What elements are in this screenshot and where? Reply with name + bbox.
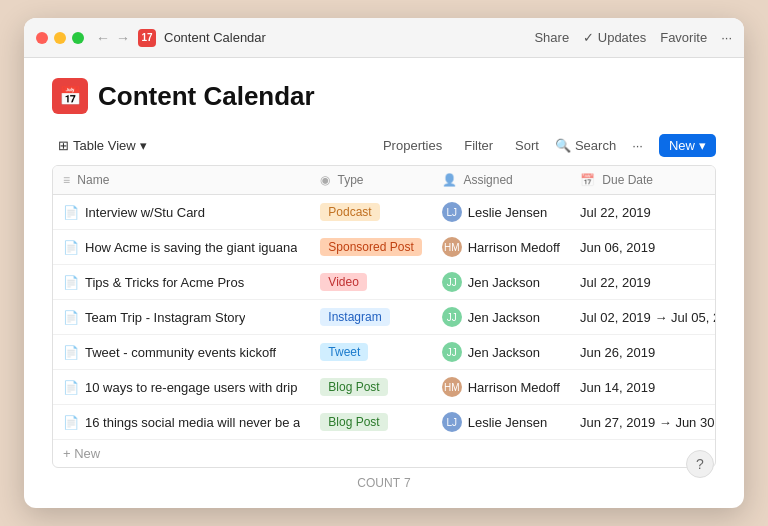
- count-label: COUNT: [357, 476, 400, 490]
- forward-icon[interactable]: →: [116, 30, 130, 46]
- calendar-icon: 📅: [580, 173, 595, 187]
- count-row: COUNT 7: [52, 468, 716, 494]
- assigned-name: Harrison Medoff: [468, 240, 560, 255]
- table-row[interactable]: 📄 Tips & Tricks for Acme Pros Video JJ J…: [53, 265, 716, 300]
- close-button[interactable]: [36, 32, 48, 44]
- main-content: 📅 Content Calendar ⊞ Table View ▾ Proper…: [24, 58, 744, 508]
- doc-icon: 📄: [63, 345, 79, 360]
- cell-assigned: LJ Leslie Jensen: [432, 195, 570, 230]
- toolbar-right: Properties Filter Sort 🔍 Search ··· New …: [377, 134, 716, 157]
- type-badge: Instagram: [320, 308, 389, 326]
- page-title: Content Calendar: [98, 81, 315, 112]
- cell-due-date: Jun 26, 2019: [570, 335, 716, 370]
- type-badge: Video: [320, 273, 366, 291]
- more-options-button[interactable]: ···: [721, 30, 732, 45]
- filter-button[interactable]: Filter: [458, 135, 499, 156]
- search-button[interactable]: 🔍 Search: [555, 138, 616, 153]
- row-name: 10 ways to re-engage users with drip: [85, 380, 297, 395]
- avatar: JJ: [442, 307, 462, 327]
- cell-type: Blog Post: [310, 370, 431, 405]
- table-header: ≡ Name ◉ Type 👤 Assigned: [53, 166, 716, 195]
- doc-icon: 📄: [63, 240, 79, 255]
- toolbar-left: ⊞ Table View ▾: [52, 135, 373, 156]
- avatar: LJ: [442, 202, 462, 222]
- window-title: Content Calendar: [164, 30, 526, 45]
- table-row[interactable]: 📄 10 ways to re-engage users with drip B…: [53, 370, 716, 405]
- row-name: Interview w/Stu Card: [85, 205, 205, 220]
- app-window: ← → 17 Content Calendar Share ✓ Updates …: [24, 18, 744, 508]
- chevron-down-icon: ▾: [699, 138, 706, 153]
- cell-assigned: JJ Jen Jackson: [432, 300, 570, 335]
- type-badge: Sponsored Post: [320, 238, 421, 256]
- add-row[interactable]: + New: [53, 440, 716, 468]
- maximize-button[interactable]: [72, 32, 84, 44]
- table-row[interactable]: 📄 16 things social media will never be a…: [53, 405, 716, 440]
- cell-type: Video: [310, 265, 431, 300]
- cell-assigned: LJ Leslie Jensen: [432, 405, 570, 440]
- page-header: 📅 Content Calendar: [52, 78, 716, 114]
- titlebar-actions: Share ✓ Updates Favorite ···: [534, 30, 732, 45]
- cell-due-date: Jul 02, 2019 → Jul 05, 2019: [570, 300, 716, 335]
- back-icon[interactable]: ←: [96, 30, 110, 46]
- row-name: Team Trip - Instagram Story: [85, 310, 245, 325]
- share-button[interactable]: Share: [534, 30, 569, 45]
- sort-button[interactable]: Sort: [509, 135, 545, 156]
- data-table: ≡ Name ◉ Type 👤 Assigned: [52, 165, 716, 468]
- row-name: Tweet - community events kickoff: [85, 345, 276, 360]
- avatar: LJ: [442, 412, 462, 432]
- avatar: HM: [442, 377, 462, 397]
- doc-icon: 📄: [63, 275, 79, 290]
- cell-assigned: JJ Jen Jackson: [432, 335, 570, 370]
- view-selector[interactable]: ⊞ Table View ▾: [52, 135, 153, 156]
- add-row-label[interactable]: + New: [53, 440, 716, 468]
- app-icon: 17: [138, 29, 156, 47]
- new-button[interactable]: New ▾: [659, 134, 716, 157]
- row-name: 16 things social media will never be a: [85, 415, 300, 430]
- cell-assigned: HM Harrison Medoff: [432, 370, 570, 405]
- titlebar: ← → 17 Content Calendar Share ✓ Updates …: [24, 18, 744, 58]
- toolbar: ⊞ Table View ▾ Properties Filter Sort 🔍 …: [52, 134, 716, 157]
- assigned-name: Jen Jackson: [468, 345, 540, 360]
- properties-button[interactable]: Properties: [377, 135, 448, 156]
- avatar: JJ: [442, 342, 462, 362]
- cell-assigned: JJ Jen Jackson: [432, 265, 570, 300]
- minimize-button[interactable]: [54, 32, 66, 44]
- assigned-name: Jen Jackson: [468, 310, 540, 325]
- type-badge: Blog Post: [320, 413, 387, 431]
- assigned-name: Jen Jackson: [468, 275, 540, 290]
- cell-name: 📄 Tweet - community events kickoff: [53, 335, 310, 370]
- check-icon: ✓: [583, 30, 594, 45]
- type-badge: Blog Post: [320, 378, 387, 396]
- cell-due-date: Jun 27, 2019 → Jun 30, 2019: [570, 405, 716, 440]
- cell-assigned: HM Harrison Medoff: [432, 230, 570, 265]
- person-icon: 👤: [442, 173, 457, 187]
- help-button[interactable]: ?: [686, 450, 714, 478]
- more-toolbar-button[interactable]: ···: [626, 135, 649, 156]
- assigned-name: Leslie Jensen: [468, 205, 548, 220]
- type-badge: Tweet: [320, 343, 368, 361]
- table-row[interactable]: 📄 Tweet - community events kickoff Tweet…: [53, 335, 716, 370]
- col-type: ◉ Type: [310, 166, 431, 195]
- type-badge: Podcast: [320, 203, 379, 221]
- col-assigned: 👤 Assigned: [432, 166, 570, 195]
- table-row[interactable]: 📄 Interview w/Stu Card Podcast LJ Leslie…: [53, 195, 716, 230]
- table-row[interactable]: 📄 Team Trip - Instagram Story Instagram …: [53, 300, 716, 335]
- table-icon: ⊞: [58, 138, 69, 153]
- row-name: Tips & Tricks for Acme Pros: [85, 275, 244, 290]
- assigned-name: Leslie Jensen: [468, 415, 548, 430]
- updates-button[interactable]: ✓ Updates: [583, 30, 646, 45]
- avatar: HM: [442, 237, 462, 257]
- favorite-button[interactable]: Favorite: [660, 30, 707, 45]
- cell-name: 📄 Team Trip - Instagram Story: [53, 300, 310, 335]
- doc-icon: 📄: [63, 205, 79, 220]
- assigned-name: Harrison Medoff: [468, 380, 560, 395]
- cell-name: 📄 16 things social media will never be a: [53, 405, 310, 440]
- doc-icon: 📄: [63, 310, 79, 325]
- cell-type: Blog Post: [310, 405, 431, 440]
- nav-back[interactable]: ← →: [96, 30, 130, 46]
- cell-name: 📄 10 ways to re-engage users with drip: [53, 370, 310, 405]
- table-row[interactable]: 📄 How Acme is saving the giant iguana Sp…: [53, 230, 716, 265]
- cell-due-date: Jun 14, 2019: [570, 370, 716, 405]
- chevron-down-icon: ▾: [140, 138, 147, 153]
- search-icon: 🔍: [555, 138, 571, 153]
